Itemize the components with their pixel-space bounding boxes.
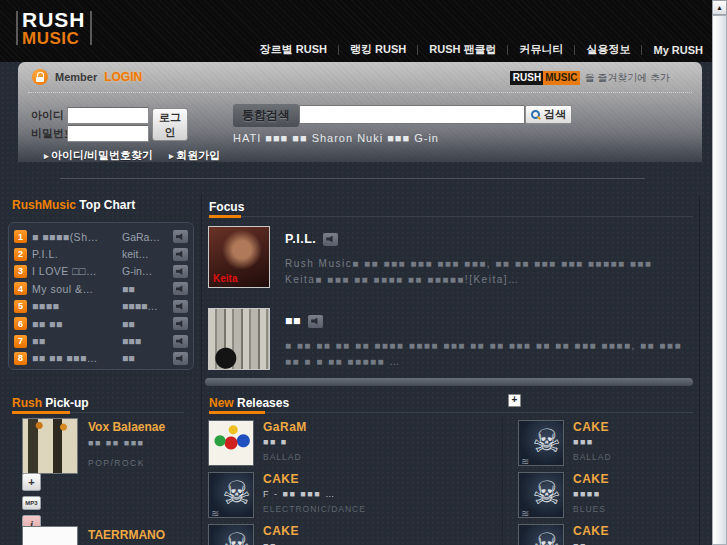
album-art-cartoon[interactable] [208,420,254,466]
focus-title-row: P.I.L. [285,232,338,246]
id-field[interactable] [67,107,149,124]
chart-row[interactable]: 3I LOVE □□…G-in… [9,263,193,280]
album-title[interactable]: Vox Balaenae [88,420,194,434]
chart-row[interactable]: 6■■ ■■■■ [9,315,193,332]
underline-accent [209,215,241,218]
speaker-icon[interactable] [323,233,338,246]
find-id-password-link[interactable]: 아이디/비밀번호찾기 [44,148,153,163]
album-art-taerrmano[interactable] [22,526,78,545]
nav-ranking-rush[interactable]: 랭킹 RUSH [350,42,406,57]
chart-row[interactable]: 5■■■■■■■■… [9,298,193,315]
vertical-scrollbar[interactable]: ▲ [712,0,727,545]
focus-item-title[interactable]: ■■ [285,314,301,328]
chart-row[interactable]: 4My soul &…■■ [9,280,193,297]
mp3-button[interactable]: MP3 [22,496,41,510]
release-genre: BLUES [573,504,609,514]
pickup-info: TAERRMANO [88,528,194,542]
album-art-skull[interactable] [518,524,564,545]
pickup-header: Rush Pick-up [12,396,89,410]
rank-badge: 8 [14,352,27,365]
release-title[interactable]: CAKE [573,472,609,486]
chart-row[interactable]: 2P.I.L.keit… [9,245,193,262]
underline-accent [12,411,70,414]
chart-row[interactable]: 1■ ■■■■(Sh…GaRa… [9,228,193,245]
speaker-icon[interactable] [173,300,188,313]
search-input[interactable] [299,105,525,124]
nav-useful-info[interactable]: 실용정보 [586,42,630,57]
underline-accent [209,411,265,414]
nav-community[interactable]: 커뮤니티 [519,42,563,57]
track-title: ■■ ■■ [32,318,117,330]
speaker-icon[interactable] [173,282,188,295]
speaker-icon[interactable] [173,352,188,365]
scroll-up-arrow-icon[interactable]: ▲ [712,0,727,15]
album-title[interactable]: TAERRMANO [88,528,194,542]
focus-photo-keita[interactable]: Keita [208,226,270,288]
pickup-info: Vox Balaenae ■■ ■■ ■■■ POP/ROCK [88,420,194,468]
rank-badge: 6 [14,317,27,330]
track-artist: G-in… [122,265,168,277]
main-nav: 장르별 RUSH 랭킹 RUSH RUSH 팬클럽 커뮤니티 실용정보 My R… [260,42,703,57]
add-button[interactable]: + [22,473,41,491]
release-title[interactable]: CAKE [573,420,612,434]
hot-artists-line[interactable]: HATI ■■■ ■■ Sharon Nuki ■■■ G-in [233,132,533,144]
account-links: 아이디/비밀번호찾기 회원가입 [44,148,220,163]
pickup-underline [12,412,184,413]
search-button[interactable]: 검색 [525,105,572,124]
album-art-skull[interactable] [208,524,254,545]
add-favorite-link[interactable]: RUSH MUSIC 을 즐겨찾기에 추가 [510,71,670,85]
release-info: CAKE ■■ [573,524,609,545]
fav-badge-rush: RUSH [510,71,543,85]
search-button-label: 검색 [544,107,566,122]
nav-divider [417,45,418,55]
nav-genre-rush[interactable]: 장르별 RUSH [260,42,327,57]
site-header: RUSH MUSIC 장르별 RUSH 랭킹 RUSH RUSH 팬클럽 커뮤니… [0,0,727,62]
login-button[interactable]: 로그인 [152,108,188,141]
album-art-skull[interactable] [518,472,564,518]
release-info: CAKE ■■ [263,524,299,545]
nav-divider [641,45,642,55]
member-label: Member [55,71,97,83]
nav-my-rush[interactable]: My RUSH [653,44,703,56]
release-subtitle: ■■■■ [573,489,609,499]
id-label: 아이디 [31,108,64,123]
track-artist: GaRa… [122,231,168,243]
release-title[interactable]: CAKE [263,524,299,538]
release-info: CAKE F - ■■ ■■■ … ELECTRONIC/DANCE [263,472,366,514]
scrollbar-thumb[interactable] [712,15,727,545]
album-art-skull[interactable] [518,420,564,466]
focus-title-row: ■■ [285,314,323,328]
right-column: Focus Keita P.I.L. Rush Music■ ■■ ■■■ ■■… [205,198,697,545]
release-title[interactable]: CAKE [573,524,609,538]
speaker-icon[interactable] [173,335,188,348]
album-art-vox-balaenae[interactable] [22,418,78,474]
album-art-skull[interactable] [208,472,254,518]
site-logo[interactable]: RUSH MUSIC [12,9,96,47]
nav-divider [338,45,339,55]
column-divider [699,196,700,545]
focus-item-title[interactable]: P.I.L. [285,232,316,246]
password-field[interactable] [67,125,149,142]
release-title[interactable]: CAKE [263,472,366,486]
left-column: RushMusic Top Chart 1■ ■■■■(Sh…GaRa… 2P.… [8,198,196,545]
speaker-icon[interactable] [173,230,188,243]
arrow-icon [44,149,51,161]
release-item: CAKE F - ■■ ■■■ … ELECTRONIC/DANCE [205,472,515,524]
chart-row[interactable]: 8■■ ■■ ■■■…■■ [9,350,193,367]
speaker-icon[interactable] [308,315,323,328]
nav-divider [507,45,508,55]
login-label: LOGIN [104,70,142,84]
track-artist: ■■ [122,283,168,295]
more-button[interactable]: + [508,394,521,407]
speaker-icon[interactable] [173,248,188,261]
focus-photo-library[interactable] [208,308,270,370]
column-divider [201,196,202,545]
join-link[interactable]: 회원가입 [169,148,220,163]
chart-row[interactable]: 7■■■■■ [9,332,193,349]
top-chart-box: 1■ ■■■■(Sh…GaRa… 2P.I.L.keit… 3I LOVE □□… [8,222,194,370]
nav-fanclub[interactable]: RUSH 팬클럽 [429,42,496,57]
speaker-icon[interactable] [173,265,188,278]
track-artist: keit… [122,248,168,260]
release-title[interactable]: GaRaM [263,420,307,434]
speaker-icon[interactable] [173,317,188,330]
